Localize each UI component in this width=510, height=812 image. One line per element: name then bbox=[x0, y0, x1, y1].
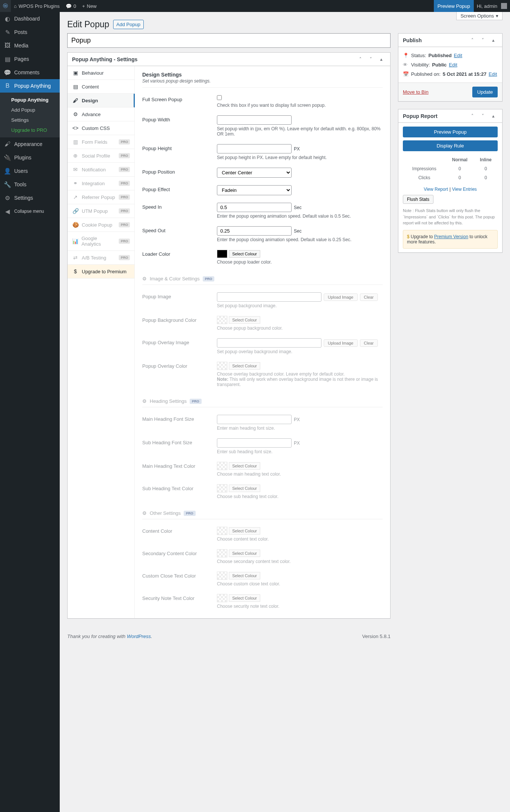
menu-item-posts[interactable]: ✎Posts bbox=[0, 25, 60, 39]
tab-cookie-popup: 🍪Cookie PopupPRO bbox=[68, 218, 134, 232]
position-select[interactable]: Center Center bbox=[217, 168, 292, 178]
toggle-icon[interactable]: ▴ bbox=[489, 112, 498, 121]
admin-toolbar: ⓦ ⌂ WPOS Pro Plugins 💬 0 + New Preview P… bbox=[0, 0, 510, 12]
close-color-label: Custom Close Text Color bbox=[142, 572, 217, 587]
submenu-item[interactable]: Add Popup bbox=[0, 105, 60, 115]
image-color-section: Image & Color Settings bbox=[150, 276, 200, 281]
secondary-color-label: Secondary Content Color bbox=[142, 549, 217, 564]
move-up-icon[interactable]: ˄ bbox=[468, 36, 477, 45]
post-title-input[interactable] bbox=[67, 33, 391, 48]
menu-item-settings[interactable]: ⚙Settings bbox=[0, 191, 60, 205]
move-to-bin-link[interactable]: Move to Bin bbox=[403, 89, 429, 95]
publish-metabox: Publish ˄ ˅ ▴ 📍Status: Published Edit 👁V… bbox=[398, 33, 503, 102]
menu-item-collapse-menu[interactable]: ◀Collapse menu bbox=[0, 205, 60, 218]
add-popup-button[interactable]: Add Popup bbox=[113, 20, 144, 29]
security-color-swatch bbox=[217, 594, 227, 602]
report-metabox: Popup Report ˄ ˅ ▴ Preview Popup Display… bbox=[398, 109, 503, 253]
overlay-color-button: Select Colour bbox=[229, 362, 260, 370]
toolbar-preview-popup[interactable]: Preview Popup bbox=[434, 0, 474, 12]
wordpress-link[interactable]: WordPress bbox=[127, 634, 151, 639]
view-report-link[interactable]: View Report bbox=[424, 187, 448, 192]
speed-out-input[interactable] bbox=[217, 226, 292, 236]
menu-item-tools[interactable]: 🔧Tools bbox=[0, 178, 60, 191]
move-down-icon[interactable]: ˅ bbox=[478, 112, 487, 121]
view-entries-link[interactable]: View Entries bbox=[452, 187, 477, 192]
tab-utm-popup: 🔗UTM PopupPRO bbox=[68, 204, 134, 218]
comments-count[interactable]: 💬 0 bbox=[63, 0, 79, 12]
loader-color-swatch[interactable] bbox=[217, 250, 227, 258]
tab-a-b-testing: ⇄A/B TestingPRO bbox=[68, 251, 134, 265]
height-help: Set popup height in PX. Leave empty for … bbox=[217, 155, 383, 160]
height-label: Popup Height bbox=[142, 144, 217, 160]
new-content[interactable]: + New bbox=[79, 0, 100, 12]
speed-out-label: Speed Out bbox=[142, 226, 217, 242]
position-label: Popup Position bbox=[142, 168, 217, 178]
tab-social-profile: ⊕Social ProfilePRO bbox=[68, 149, 134, 163]
tab-behaviour[interactable]: ▣Behaviour bbox=[68, 66, 134, 80]
gear-icon: ⚙ bbox=[142, 398, 147, 404]
speed-in-label: Speed In bbox=[142, 203, 217, 219]
overlay-color-label: Popup Overlay Color bbox=[142, 362, 217, 387]
tab-advance[interactable]: ⚙Advance bbox=[68, 108, 134, 121]
display-rule-button[interactable]: Display Rule bbox=[403, 140, 498, 151]
premium-link[interactable]: Premium Version bbox=[434, 234, 468, 239]
effect-select[interactable]: Fadein bbox=[217, 185, 292, 195]
wp-logo[interactable]: ⓦ bbox=[0, 0, 11, 12]
width-input[interactable] bbox=[217, 115, 292, 125]
loader-color-button[interactable]: Select Colour bbox=[229, 250, 260, 258]
my-account[interactable]: Hi, admin bbox=[474, 0, 510, 12]
menu-item-plugins[interactable]: 🔌Plugins bbox=[0, 151, 60, 164]
edit-status-link[interactable]: Edit bbox=[454, 53, 462, 58]
menu-item-users[interactable]: 👤Users bbox=[0, 164, 60, 178]
tab-custom-css[interactable]: <>Custom CSS bbox=[68, 121, 134, 135]
sec-unit: Sec bbox=[294, 228, 302, 234]
heading-section: Heading Settings bbox=[150, 398, 187, 404]
edit-visibility-link[interactable]: Edit bbox=[449, 62, 457, 68]
menu-item-popup-anything[interactable]: BPopup Anything bbox=[0, 79, 60, 93]
main-heading-size-label: Main Heading Font Size bbox=[142, 415, 217, 431]
menu-item-comments[interactable]: 💬Comments bbox=[0, 66, 60, 79]
move-up-icon[interactable]: ˄ bbox=[468, 112, 477, 121]
tab-referrer-popup: ↗Referrer PopupPRO bbox=[68, 190, 134, 204]
toggle-icon[interactable]: ▴ bbox=[377, 55, 386, 64]
menu-item-pages[interactable]: ▤Pages bbox=[0, 52, 60, 66]
sub-heading-color-label: Sub Heading Text Color bbox=[142, 484, 217, 499]
report-title: Popup Report bbox=[403, 113, 438, 119]
calendar-icon: 📅 bbox=[403, 71, 409, 77]
settings-metabox: Popup Anything - Settings ˄ ˅ ▴ ▣Behavio… bbox=[67, 52, 391, 619]
gear-icon: ⚙ bbox=[142, 510, 147, 516]
submenu-item[interactable]: Popup Anything bbox=[0, 95, 60, 105]
move-down-icon[interactable]: ˅ bbox=[366, 55, 375, 64]
overlay-color-swatch bbox=[217, 362, 227, 370]
submenu-item[interactable]: Upgrade to PRO bbox=[0, 125, 60, 135]
clear-overlay-button: Clear bbox=[360, 339, 378, 347]
update-button[interactable]: Update bbox=[472, 87, 498, 97]
full-screen-checkbox[interactable] bbox=[217, 95, 222, 100]
toggle-icon[interactable]: ▴ bbox=[489, 36, 498, 45]
height-input[interactable] bbox=[217, 144, 292, 153]
popup-image-input bbox=[217, 292, 321, 302]
menu-item-dashboard[interactable]: ◐Dashboard bbox=[0, 12, 60, 25]
speed-in-input[interactable] bbox=[217, 203, 292, 212]
menu-item-appearance[interactable]: 🖌Appearance bbox=[0, 137, 60, 151]
screen-options-toggle[interactable]: Screen Options ▾ bbox=[456, 12, 503, 20]
close-color-swatch bbox=[217, 572, 227, 580]
preview-popup-button[interactable]: Preview Popup bbox=[403, 127, 498, 137]
tab-upgrade-to-premium[interactable]: $Upgrade to Premium bbox=[68, 265, 134, 279]
width-help: Set popup width in (px, em OR %). Leave … bbox=[217, 126, 383, 137]
tab-notification: ✉NotificationPRO bbox=[68, 163, 134, 177]
move-up-icon[interactable]: ˄ bbox=[356, 55, 365, 64]
bg-color-button: Select Colour bbox=[229, 316, 260, 324]
move-down-icon[interactable]: ˅ bbox=[478, 36, 487, 45]
edit-date-link[interactable]: Edit bbox=[489, 71, 497, 77]
full-screen-help: Check this box if you want to display fu… bbox=[217, 103, 383, 108]
speed-out-help: Enter the popup closing animation speed.… bbox=[217, 237, 383, 242]
tab-content[interactable]: ▤Content bbox=[68, 80, 134, 94]
speed-in-help: Enter the popup opening animation speed.… bbox=[217, 214, 383, 219]
tab-design[interactable]: 🖌Design bbox=[68, 94, 135, 108]
content-color-label: Content Color bbox=[142, 527, 217, 542]
flush-stats-button[interactable]: Flush Stats bbox=[403, 195, 433, 204]
submenu-item[interactable]: Settings bbox=[0, 115, 60, 125]
menu-item-media[interactable]: 🖾Media bbox=[0, 39, 60, 52]
site-name[interactable]: ⌂ WPOS Pro Plugins bbox=[11, 0, 63, 12]
